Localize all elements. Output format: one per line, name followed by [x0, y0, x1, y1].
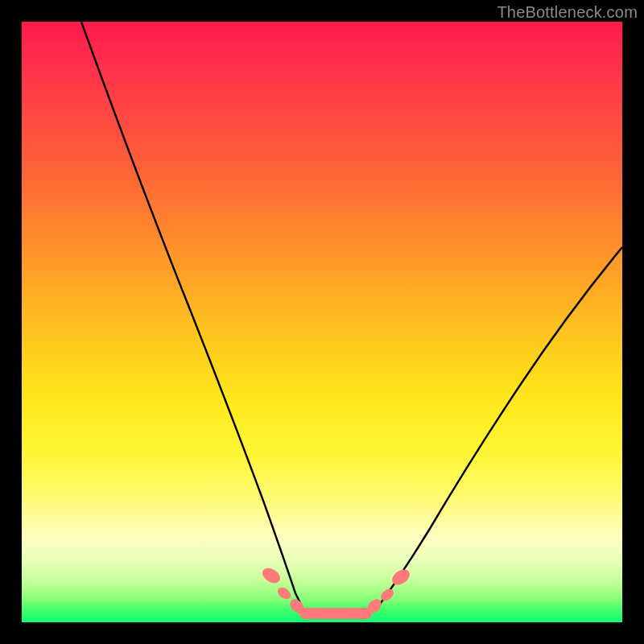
right-curve: [376, 247, 622, 609]
svg-point-4: [378, 587, 396, 604]
svg-point-0: [260, 565, 283, 586]
watermark-text: TheBottleneck.com: [497, 3, 638, 22]
svg-point-1: [275, 585, 293, 601]
trough-bar: [299, 608, 372, 619]
chart-svg: [22, 22, 622, 622]
chart-plot-area: [22, 22, 622, 622]
left-curve: [81, 22, 303, 609]
chart-outer-frame: TheBottleneck.com: [0, 0, 644, 644]
